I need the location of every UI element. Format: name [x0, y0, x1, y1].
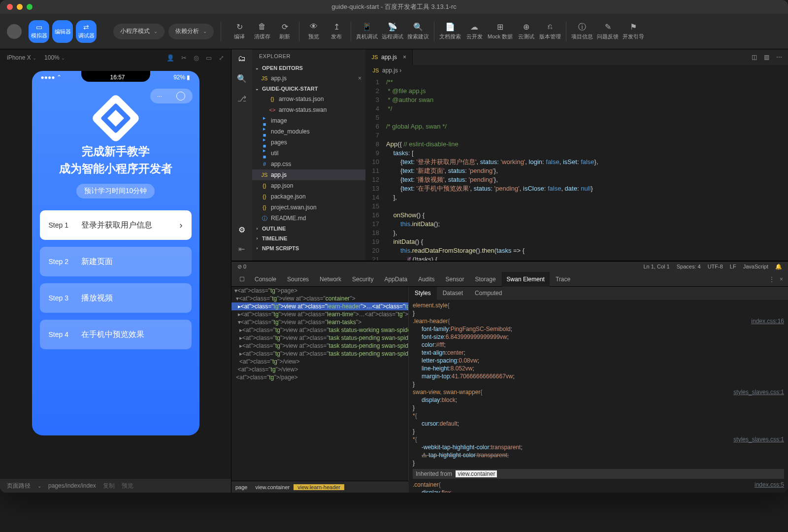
dependency-analysis[interactable]: 依赖分析 ⌄	[168, 24, 214, 39]
eol[interactable]: LF	[730, 264, 736, 270]
css-selector[interactable]: swan-view, swan-wrapper	[413, 388, 480, 396]
code-line[interactable]: * @file app.js	[386, 87, 426, 96]
breadcrumb[interactable]: JS app.js ›	[365, 65, 788, 76]
file-item[interactable]: {}app.json	[252, 180, 365, 191]
compile-button[interactable]: ↻编译	[228, 22, 251, 40]
css-source[interactable]: index.css:16	[751, 317, 784, 325]
file-item[interactable]: #app.css	[252, 159, 365, 169]
devtools-tab[interactable]: Audits	[413, 272, 439, 287]
dom-node[interactable]: <at">class="tg">/view>	[231, 366, 408, 373]
folder-item[interactable]: ▸ ■util	[252, 148, 365, 159]
devtools-tab[interactable]: Trace	[551, 272, 575, 287]
css-selector[interactable]: element.style	[413, 301, 448, 309]
git-icon[interactable]: ⎇	[237, 94, 246, 103]
minimize-icon[interactable]	[17, 4, 23, 10]
css-source[interactable]: index.css:5	[755, 481, 784, 489]
dom-node[interactable]: ▾<at">class="tg">view at">class="contain…	[231, 295, 408, 302]
avatar[interactable]	[7, 24, 22, 39]
files-icon[interactable]: 🗂	[238, 54, 246, 63]
devtools-tab[interactable]: AppData	[379, 272, 412, 287]
device-debug-button[interactable]: 📱真机调试	[354, 22, 380, 40]
dom-node[interactable]: ▾<at">class="tg">view at">class="learn-t…	[231, 318, 408, 326]
css-selector[interactable]: .container	[413, 481, 439, 489]
expand-icon[interactable]: ⤢	[219, 54, 224, 62]
file-item[interactable]: ×JSapp.js	[252, 73, 365, 84]
folder-item[interactable]: ▸ ■image	[252, 115, 365, 126]
code-line[interactable]: initData() {	[386, 237, 423, 246]
encoding[interactable]: UTF-8	[708, 264, 723, 270]
problems-icon[interactable]: ⊘ 0	[237, 264, 246, 270]
maximize-icon[interactable]	[27, 4, 33, 10]
css-selector[interactable]: *	[413, 435, 415, 443]
styles-body[interactable]: element.style {}.learn-header {index.css…	[409, 299, 788, 493]
step-item[interactable]: Step 1登录并获取用户信息›	[40, 210, 192, 240]
code-line[interactable]: {text: '在手机中预览效果', status: 'pending', is…	[386, 184, 593, 193]
mode-selector[interactable]: 小程序模式 ⌄	[113, 24, 164, 39]
code-line[interactable]: /* global App, swan */	[386, 122, 447, 131]
code-line[interactable]: if (!tasks) {	[386, 255, 437, 261]
styles-tab[interactable]: Computed	[469, 287, 508, 299]
search-sugg-button[interactable]: 🔍搜索建议	[405, 22, 431, 40]
dom-node[interactable]: ▸<at">class="tg">view at">class="task st…	[231, 326, 408, 334]
compare-icon[interactable]: ◫	[752, 54, 757, 61]
code-line[interactable]: * @author swan	[386, 96, 433, 104]
dom-node[interactable]: ▸<at">class="tg">view at">class="task st…	[231, 334, 408, 342]
editor-tab[interactable]: JS app.js ×	[365, 49, 413, 65]
language-mode[interactable]: JavaScript	[743, 264, 768, 270]
css-source[interactable]: styles_slaves.css:1	[733, 435, 784, 443]
devtools-tab[interactable]: Security	[347, 272, 378, 287]
file-item[interactable]: <>arrow-status.swan	[252, 104, 365, 115]
eye-icon[interactable]: ◎	[194, 54, 199, 62]
file-item[interactable]: {}package.json	[252, 191, 365, 202]
devtools-tab[interactable]: Storage	[470, 272, 501, 287]
remote-debug-button[interactable]: 📡远程调试	[380, 22, 405, 40]
code-line[interactable]: {text: '登录并获取用户信息', status: 'working', l…	[386, 158, 598, 166]
close-icon[interactable]: ×	[780, 276, 783, 283]
copy-button[interactable]: 复制	[103, 482, 115, 490]
dom-breadcrumb[interactable]: pageview.containerview.learn-header	[231, 481, 409, 493]
devtools-tab[interactable]: Console	[250, 272, 281, 287]
cloud-test-button[interactable]: ⊕云测试	[515, 22, 537, 40]
bell-icon[interactable]: 🔔	[775, 264, 782, 270]
css-source[interactable]: styles_slaves.css:1	[733, 388, 784, 396]
cursor-position[interactable]: Ln 1, Col 1	[644, 264, 670, 270]
inspect-icon[interactable]: ☐	[235, 276, 249, 283]
more-icon[interactable]: ⋮	[769, 276, 775, 283]
css-rule[interactable]: .container {index.css:5display:flex;flex…	[413, 481, 784, 493]
code-line[interactable]: {text: '播放视频', status: 'pending'},	[386, 175, 498, 184]
preview-button[interactable]: 预览	[122, 482, 133, 490]
simulator-pill[interactable]: ▭模拟器	[29, 20, 49, 43]
code-line[interactable]: this.readDataFromStorage().then(tasks =>…	[386, 246, 525, 255]
dom-node[interactable]: ▸<at">class="tg">view at">class="task st…	[231, 350, 408, 358]
project-info-button[interactable]: ⓘ项目信息	[569, 22, 595, 40]
devtools-tab[interactable]: Network	[315, 272, 346, 287]
doc-search-button[interactable]: 📄文档搜索	[437, 22, 463, 40]
dom-node[interactable]: ▾<at">class="tg">page>	[231, 287, 408, 295]
code-line[interactable]: onShow() {	[386, 211, 425, 220]
mock-data-button[interactable]: ⊞Mock 数据	[486, 22, 515, 40]
dom-node[interactable]: <at">class="tg">/page>	[231, 373, 408, 381]
dom-crumb-item[interactable]: view.container	[251, 484, 294, 490]
dom-node[interactable]: ▸<at">class="tg">view at">class="learn-h…	[231, 302, 408, 310]
more-icon[interactable]: ···	[157, 93, 162, 100]
styles-tab[interactable]: Dataset	[437, 287, 469, 299]
css-selector[interactable]: .learn-header	[413, 317, 448, 325]
split-icon[interactable]: ▥	[764, 54, 769, 61]
step-item[interactable]: Step 2新建页面	[40, 247, 192, 276]
dom-crumb-item[interactable]: view.learn-header	[294, 484, 344, 490]
dom-crumb-item[interactable]: page	[231, 484, 251, 490]
css-rule[interactable]: .learn-header {index.css:16font-family:P…	[413, 317, 784, 388]
cut-icon[interactable]: ✂	[181, 54, 187, 62]
code-line[interactable]: */	[386, 104, 392, 113]
step-item[interactable]: Step 4在手机中预览效果	[40, 320, 192, 349]
close-icon[interactable]	[176, 92, 185, 100]
file-item[interactable]: {}project.swan.json	[252, 202, 365, 213]
clear-cache-button[interactable]: 🗑清缓存	[251, 22, 273, 40]
close-icon[interactable]: ×	[358, 75, 361, 82]
more-icon[interactable]: ⋯	[776, 54, 782, 61]
code-line[interactable]: App({ // eslint-disable-line	[386, 140, 459, 149]
dom-node[interactable]: ▸<at">class="tg">view at">class="task st…	[231, 342, 408, 350]
code-body[interactable]: 1/**2 * @file app.js3 * @author swan4 */…	[365, 76, 788, 261]
css-rule[interactable]: * {cursor:default;}	[413, 412, 784, 435]
explorer-section[interactable]: ›OUTLINE	[252, 224, 365, 233]
